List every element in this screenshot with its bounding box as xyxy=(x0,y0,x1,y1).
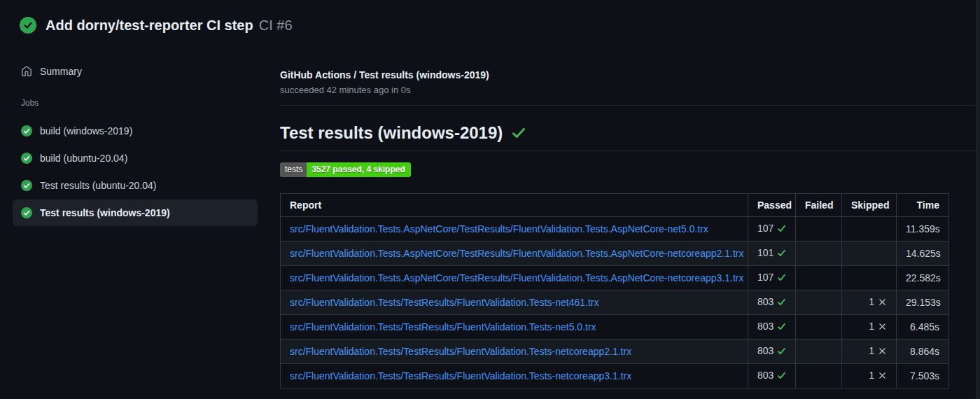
column-header-report: Report xyxy=(281,194,748,217)
time-cell: 6.485s xyxy=(897,315,949,340)
tests-badge: tests 3527 passed, 4 skipped xyxy=(280,162,411,177)
report-link[interactable]: src/FluentValidation.Tests.AspNetCore/Te… xyxy=(290,223,708,234)
report-heading: Test results (windows-2019) xyxy=(280,106,980,151)
home-icon xyxy=(21,66,32,77)
passed-cell: 803 xyxy=(748,290,796,315)
main-content: GitHub Actions / Test results (windows-2… xyxy=(280,50,980,388)
sidebar-item-summary[interactable]: Summary xyxy=(13,60,258,83)
job-item-label: Test results (ubuntu-20.04) xyxy=(40,180,157,191)
badge-label: tests xyxy=(280,162,307,177)
sidebar: Summary Jobs build (windows-2019) build … xyxy=(0,50,270,227)
failed-cell xyxy=(796,217,842,241)
passed-cell: 101 xyxy=(748,241,796,266)
time-cell: 8.864s xyxy=(897,340,949,364)
check-icon xyxy=(777,248,786,260)
skipped-cell: 1 xyxy=(842,364,897,388)
passed-cell: 803 xyxy=(748,315,796,340)
failed-cell xyxy=(796,315,842,340)
time-cell: 22.582s xyxy=(897,266,949,290)
table-row: src/FluentValidation.Tests.AspNetCore/Te… xyxy=(281,241,949,266)
check-icon xyxy=(777,321,786,334)
column-header-passed: Passed xyxy=(748,194,796,217)
sidebar-item-build-ubuntu[interactable]: build (ubuntu-20.04) xyxy=(13,145,258,172)
failed-cell xyxy=(796,290,842,315)
column-header-failed: Failed xyxy=(796,194,842,217)
column-header-time: Time xyxy=(897,194,949,217)
failed-cell xyxy=(796,340,842,364)
time-cell: 14.625s xyxy=(897,241,949,266)
sidebar-summary-label: Summary xyxy=(40,66,82,77)
check-circle-icon xyxy=(21,207,32,218)
job-title: GitHub Actions / Test results (windows-2… xyxy=(280,50,980,81)
report-link[interactable]: src/FluentValidation.Tests/TestResults/F… xyxy=(290,297,598,308)
report-cell: src/FluentValidation.Tests.AspNetCore/Te… xyxy=(281,266,748,290)
sidebar-item-test-results-ubuntu[interactable]: Test results (ubuntu-20.04) xyxy=(13,172,258,199)
x-icon xyxy=(878,297,887,309)
report-heading-text: Test results (windows-2019) xyxy=(280,122,503,144)
badge-value: 3527 passed, 4 skipped xyxy=(307,162,410,177)
time-cell: 7.503s xyxy=(897,364,949,388)
x-icon xyxy=(878,370,887,383)
job-item-label: build (ubuntu-20.04) xyxy=(40,153,127,164)
check-circle-icon xyxy=(21,153,32,164)
failed-cell xyxy=(796,266,842,290)
check-icon xyxy=(777,297,786,309)
report-cell: src/FluentValidation.Tests/TestResults/F… xyxy=(281,364,748,388)
failed-cell xyxy=(796,241,842,266)
report-cell: src/FluentValidation.Tests.AspNetCore/Te… xyxy=(281,241,748,266)
run-title: Add dorny/test-reporter CI step xyxy=(46,18,253,34)
check-icon xyxy=(777,370,786,383)
table-row: src/FluentValidation.Tests.AspNetCore/Te… xyxy=(281,266,949,290)
table-header-row: Report Passed Failed Skipped Time xyxy=(281,194,949,217)
time-cell: 29.153s xyxy=(897,290,949,315)
run-header: Add dorny/test-reporter CI step CI #6 xyxy=(0,0,980,50)
report-link[interactable]: src/FluentValidation.Tests.AspNetCore/Te… xyxy=(290,248,743,259)
skipped-cell: 1 xyxy=(842,290,897,315)
failed-cell xyxy=(796,364,842,388)
passed-cell: 803 xyxy=(748,340,796,364)
run-number: CI #6 xyxy=(259,18,293,34)
table-row: src/FluentValidation.Tests.AspNetCore/Te… xyxy=(281,217,949,241)
x-icon xyxy=(878,346,887,358)
report-cell: src/FluentValidation.Tests/TestResults/F… xyxy=(281,340,748,364)
sidebar-item-build-windows[interactable]: build (windows-2019) xyxy=(13,118,258,144)
skipped-cell xyxy=(842,266,897,290)
report-link[interactable]: src/FluentValidation.Tests/TestResults/F… xyxy=(290,321,596,332)
column-header-skipped: Skipped xyxy=(842,194,897,217)
report-cell: src/FluentValidation.Tests/TestResults/F… xyxy=(281,290,748,315)
check-circle-icon xyxy=(21,180,32,191)
report-link[interactable]: src/FluentValidation.Tests/TestResults/F… xyxy=(290,370,631,382)
x-icon xyxy=(878,321,887,334)
skipped-cell: 1 xyxy=(842,340,897,364)
report-cell: src/FluentValidation.Tests.AspNetCore/Te… xyxy=(281,217,748,241)
passed-cell: 107 xyxy=(748,217,796,241)
table-row: src/FluentValidation.Tests/TestResults/F… xyxy=(281,290,949,315)
job-status-line: succeeded 42 minutes ago in 0s xyxy=(280,85,980,96)
success-check-icon xyxy=(511,125,526,141)
time-cell: 11.359s xyxy=(897,217,949,241)
skipped-cell: 1 xyxy=(842,315,897,340)
table-row: src/FluentValidation.Tests/TestResults/F… xyxy=(281,364,949,388)
check-circle-icon xyxy=(21,125,32,136)
check-icon xyxy=(777,346,786,358)
skipped-cell xyxy=(842,217,897,241)
report-cell: src/FluentValidation.Tests/TestResults/F… xyxy=(281,315,748,340)
skipped-cell xyxy=(842,241,897,266)
report-link[interactable]: src/FluentValidation.Tests/TestResults/F… xyxy=(290,346,631,357)
test-results-table: Report Passed Failed Skipped Time src/Fl… xyxy=(280,193,949,388)
check-icon xyxy=(777,272,786,285)
table-row: src/FluentValidation.Tests/TestResults/F… xyxy=(281,315,949,340)
report-link[interactable]: src/FluentValidation.Tests.AspNetCore/Te… xyxy=(290,272,743,284)
passed-cell: 107 xyxy=(748,266,796,290)
job-item-label: build (windows-2019) xyxy=(40,125,132,136)
page-scrollbar[interactable] xyxy=(976,0,980,399)
run-success-icon xyxy=(20,17,36,34)
jobs-section-label: Jobs xyxy=(21,98,270,108)
job-item-label: Test results (windows-2019) xyxy=(40,207,170,218)
sidebar-item-test-results-windows[interactable]: Test results (windows-2019) xyxy=(13,200,258,226)
passed-cell: 803 xyxy=(748,364,796,388)
check-icon xyxy=(777,223,786,236)
table-row: src/FluentValidation.Tests/TestResults/F… xyxy=(281,340,949,364)
